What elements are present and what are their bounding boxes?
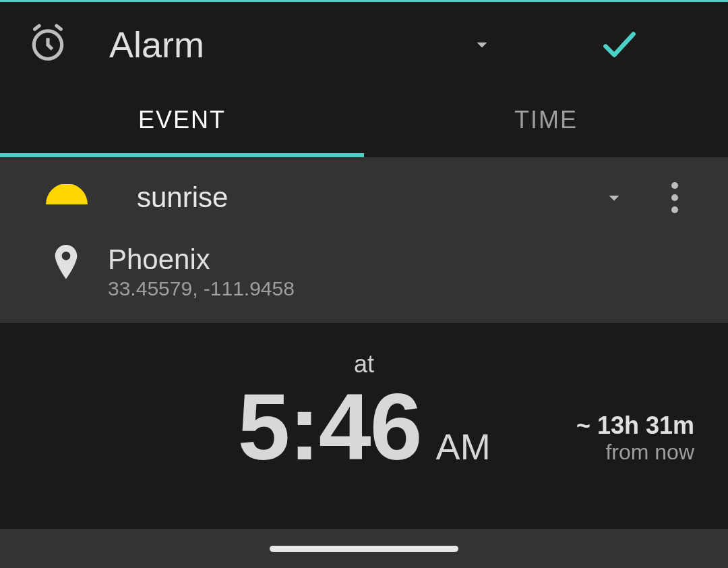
bottom-bar xyxy=(0,529,728,568)
location-pin-icon xyxy=(51,245,81,287)
event-dropdown-icon[interactable] xyxy=(602,186,626,210)
alarm-clock-icon xyxy=(27,22,69,67)
event-panel: sunrise Phoenix 33.45579, -111.9458 xyxy=(0,157,728,323)
page-title: Alarm xyxy=(109,24,470,65)
location-name: Phoenix xyxy=(108,244,295,276)
time-display-panel: at 5:46 AM ~ 13h 31m from now xyxy=(0,323,728,515)
header: Alarm xyxy=(0,2,728,87)
tab-time[interactable]: TIME xyxy=(364,87,728,157)
location-text: Phoenix 33.45579, -111.9458 xyxy=(108,244,295,300)
svg-point-2 xyxy=(671,194,678,201)
event-name: sunrise xyxy=(137,181,602,214)
sunrise-icon xyxy=(40,184,93,211)
tab-event[interactable]: EVENT xyxy=(0,87,364,157)
header-dropdown-button[interactable] xyxy=(470,32,494,57)
countdown-label: from now xyxy=(576,440,694,465)
time-value: 5:46 xyxy=(237,380,421,474)
countdown-value: ~ 13h 31m xyxy=(576,411,694,440)
drag-handle[interactable] xyxy=(270,546,458,552)
time-center: at 5:46 AM xyxy=(237,350,490,474)
svg-point-1 xyxy=(671,182,678,189)
tabs: EVENT TIME xyxy=(0,87,728,157)
event-selector-row[interactable]: sunrise xyxy=(0,157,728,231)
countdown: ~ 13h 31m from now xyxy=(576,411,694,465)
more-options-button[interactable] xyxy=(670,180,679,215)
location-row[interactable]: Phoenix 33.45579, -111.9458 xyxy=(0,231,728,323)
time-value-wrap[interactable]: 5:46 AM xyxy=(237,380,490,474)
location-coords: 33.45579, -111.9458 xyxy=(108,277,295,300)
confirm-button[interactable] xyxy=(599,24,640,65)
svg-point-3 xyxy=(671,206,678,213)
time-ampm: AM xyxy=(436,426,491,467)
